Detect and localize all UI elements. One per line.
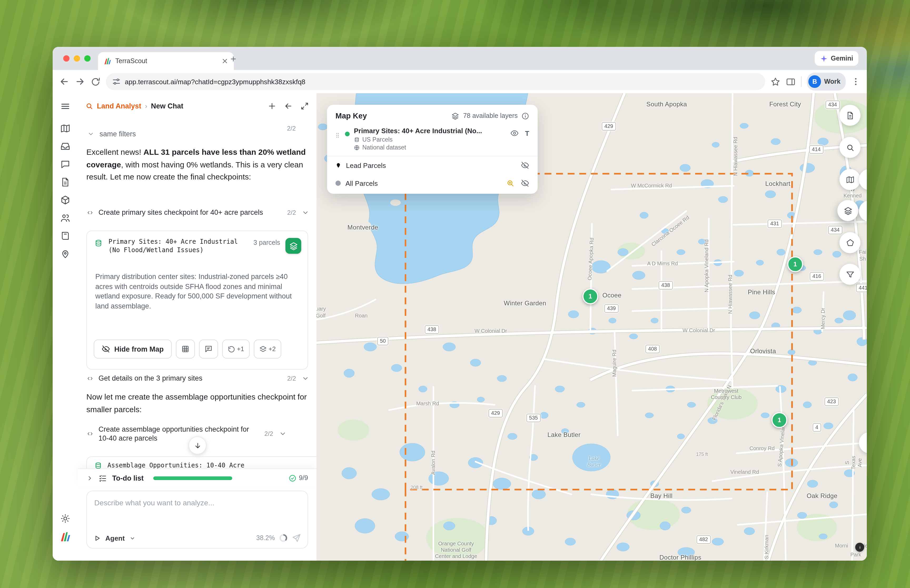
label-toggle-button[interactable]: T: [525, 129, 529, 137]
available-layers-label: 78 available layers: [463, 112, 518, 120]
notebook-icon[interactable]: [60, 231, 71, 241]
collapse-panel-button[interactable]: [284, 101, 293, 110]
agent-play-icon: [93, 534, 101, 542]
todo-bar[interactable]: To-do list 9/9: [78, 468, 317, 487]
draw-polygon-button[interactable]: [839, 232, 860, 253]
agent-mode-label[interactable]: Agent: [105, 534, 125, 542]
checkpoint-row-details[interactable]: Get details on the 3 primary sites 2/2: [86, 374, 309, 383]
terrascout-logo[interactable]: [60, 531, 71, 543]
code-icon: [86, 375, 94, 382]
card-description: Primary distribution center sites: Indus…: [95, 272, 299, 311]
reload-icon[interactable]: [91, 77, 100, 87]
parcel-cluster-marker[interactable]: 1: [787, 256, 803, 272]
map-search-button[interactable]: [839, 137, 860, 158]
checkpoint-count: 2/2: [264, 430, 273, 438]
database-icon: [354, 137, 360, 142]
map-canvas[interactable]: South ApopkaForest CityLockhartMontverde…: [317, 93, 867, 561]
code-icon: [86, 209, 94, 216]
map-attribution-button[interactable]: [855, 543, 864, 552]
profile-avatar: B: [808, 75, 821, 88]
layer-row-primary-sites[interactable]: Primary Sites: 40+ Acre Industrial (No..…: [327, 125, 538, 156]
history-button[interactable]: +1: [222, 339, 250, 359]
package-icon[interactable]: [60, 195, 71, 205]
send-icon[interactable]: [292, 533, 301, 543]
menu-icon[interactable]: [60, 101, 71, 111]
new-tab-button[interactable]: [230, 55, 237, 63]
database-icon: [94, 239, 103, 247]
layers-tool-button[interactable]: [837, 200, 858, 221]
new-chat-button[interactable]: [268, 101, 276, 110]
eye-icon[interactable]: [510, 129, 519, 137]
breadcrumb-agent[interactable]: Land Analyst: [97, 102, 141, 110]
checkpoint-row-primary-sites[interactable]: Create primary sites checkpoint for 40+ …: [86, 208, 309, 217]
caret-down-icon[interactable]: [129, 535, 136, 541]
profile-chip[interactable]: B Work: [807, 73, 846, 90]
clipped-step-row[interactable]: same filters: [87, 130, 136, 138]
eye-off-icon[interactable]: [521, 161, 529, 170]
composer[interactable]: Describe what you want to analyze... Age…: [86, 491, 308, 549]
gemini-chip[interactable]: Gemini: [815, 51, 858, 66]
show-layers-button[interactable]: [285, 238, 301, 254]
todo-progress-bar: [153, 476, 232, 480]
scroll-to-bottom-button[interactable]: [189, 436, 207, 454]
browser-menu-icon[interactable]: [851, 77, 860, 86]
basemap-button[interactable]: [839, 169, 860, 190]
filter-tool-button[interactable]: [839, 264, 860, 285]
layer-dataset: National dataset: [362, 144, 406, 150]
card-title: Primary Sites: 40+ Acre Industrial (No F…: [108, 238, 241, 254]
report-tool-button[interactable]: [839, 105, 860, 126]
site-settings-icon[interactable]: [112, 78, 121, 86]
map-key-panel: Map Key 78 available layers Primary Site…: [327, 105, 538, 194]
forward-icon[interactable]: [75, 76, 85, 87]
theme-sun-icon[interactable]: [60, 513, 71, 524]
favicon: [103, 57, 111, 65]
layer-row-all-parcels[interactable]: All Parcels: [327, 174, 538, 194]
parcel-cluster-marker[interactable]: 1: [771, 412, 787, 428]
hide-from-map-button[interactable]: Hide from Map: [94, 339, 172, 359]
table-view-button[interactable]: [176, 339, 195, 359]
expand-panel-button[interactable]: [300, 101, 309, 110]
toolbar-divider: [801, 76, 802, 87]
inbox-icon[interactable]: [60, 141, 71, 152]
bookmark-star-icon[interactable]: [771, 77, 781, 87]
side-panel-icon[interactable]: [786, 77, 796, 87]
chevron-down-icon: [279, 430, 286, 438]
chevron-down-icon: [302, 375, 309, 382]
layer-label: All Parcels: [346, 179, 378, 187]
window-controls: [63, 55, 91, 61]
map-nav-icon[interactable]: [60, 123, 71, 134]
comment-button[interactable]: [199, 339, 218, 359]
zoom-window-button[interactable]: [84, 55, 91, 61]
terrascout-app: Land Analyst › New Chat same filters 2/2…: [53, 93, 867, 561]
checkpoint-label: Create assemblage opportunities checkpoi…: [99, 425, 260, 443]
users-icon[interactable]: [60, 213, 71, 223]
chat-icon[interactable]: [60, 159, 71, 170]
parcel-count-badge: 3 parcels: [254, 239, 280, 246]
close-window-button[interactable]: [63, 55, 70, 61]
checkpoint-label: Create primary sites checkpoint for 40+ …: [99, 208, 283, 217]
composer-placeholder: Describe what you want to analyze...: [94, 499, 214, 507]
breadcrumb-separator: ›: [145, 102, 147, 110]
gemini-sparkle-icon: [819, 55, 828, 62]
close-tab-icon[interactable]: [221, 57, 229, 65]
map-pin-nav-icon[interactable]: [60, 249, 71, 259]
clipped-step-count: 2/2: [287, 125, 296, 132]
layers-icon: [452, 112, 459, 120]
eye-off-icon[interactable]: [521, 179, 529, 187]
document-icon[interactable]: [60, 177, 71, 187]
zoom-to-layer-icon[interactable]: [506, 179, 514, 187]
drag-handle-icon[interactable]: [335, 131, 341, 139]
layer-label: Lead Parcels: [346, 162, 386, 169]
minimize-window-button[interactable]: [74, 55, 80, 61]
history-count: +1: [237, 345, 244, 353]
back-icon[interactable]: [59, 76, 70, 87]
address-bar[interactable]: app.terrascout.ai/map?chatId=cgpz3ypmupp…: [106, 73, 765, 90]
screen: TerraScout Gemini app.terrascout.ai/map?…: [0, 0, 910, 588]
layer-row-lead-parcels[interactable]: Lead Parcels: [327, 156, 538, 174]
browser-toolbar: app.terrascout.ai/map?chatId=cgpz3ypmupp…: [53, 70, 867, 94]
map-key-title: Map Key: [335, 111, 367, 120]
browser-tab[interactable]: TerraScout: [98, 52, 234, 70]
parcel-cluster-marker[interactable]: 1: [582, 289, 598, 304]
info-icon[interactable]: [521, 112, 529, 120]
layers-button[interactable]: +2: [254, 339, 281, 359]
